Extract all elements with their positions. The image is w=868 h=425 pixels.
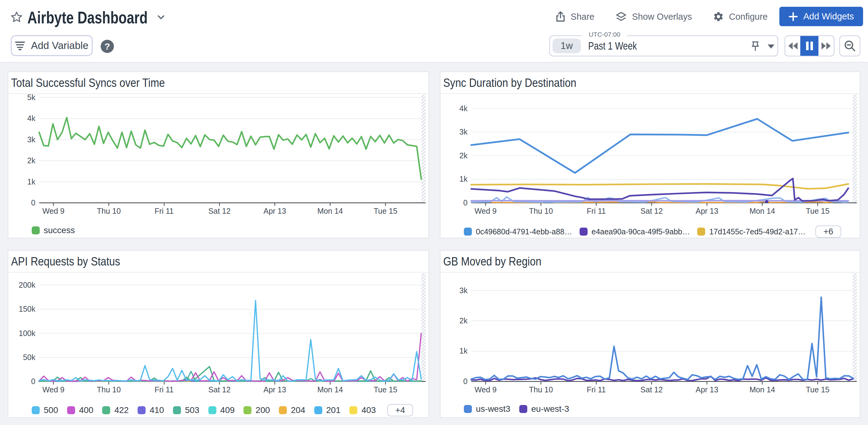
svg-text:2k: 2k: [460, 316, 468, 325]
svg-text:Wed 9: Wed 9: [475, 385, 497, 394]
svg-text:200k: 200k: [19, 280, 36, 289]
svg-text:Tue 15: Tue 15: [374, 207, 397, 215]
svg-text:5k: 5k: [27, 93, 36, 102]
svg-text:Apr 13: Apr 13: [264, 385, 286, 394]
svg-text:Wed 9: Wed 9: [42, 385, 65, 394]
svg-text:Fri 11: Fri 11: [587, 207, 606, 215]
svg-text:Thu 10: Thu 10: [529, 385, 553, 394]
svg-text:Fri 11: Fri 11: [587, 385, 606, 394]
svg-text:Thu 10: Thu 10: [529, 207, 553, 215]
svg-text:Wed 9: Wed 9: [42, 207, 65, 215]
svg-text:Fri 11: Fri 11: [155, 207, 174, 215]
svg-text:1k: 1k: [27, 177, 36, 186]
svg-text:Fri 11: Fri 11: [155, 385, 174, 394]
svg-text:Apr 13: Apr 13: [264, 207, 286, 215]
svg-text:Apr 13: Apr 13: [695, 385, 718, 394]
svg-text:Mon 14: Mon 14: [749, 207, 775, 215]
svg-text:4k: 4k: [27, 114, 36, 123]
svg-text:Mon 14: Mon 14: [749, 385, 775, 394]
svg-text:Apr 13: Apr 13: [695, 207, 718, 215]
svg-text:Tue 15: Tue 15: [806, 207, 830, 215]
svg-text:Wed 9: Wed 9: [475, 207, 497, 215]
svg-text:3k: 3k: [460, 286, 468, 295]
svg-text:Mon 14: Mon 14: [317, 385, 343, 394]
svg-text:100k: 100k: [19, 329, 36, 337]
svg-text:Tue 15: Tue 15: [374, 385, 397, 394]
svg-text:2k: 2k: [27, 156, 36, 165]
svg-text:150k: 150k: [19, 305, 36, 313]
svg-text:3k: 3k: [27, 135, 36, 144]
svg-text:Thu 10: Thu 10: [97, 207, 121, 215]
svg-text:50k: 50k: [23, 353, 36, 362]
svg-text:0: 0: [463, 198, 468, 207]
svg-text:Sat 12: Sat 12: [208, 207, 230, 215]
svg-text:0: 0: [31, 377, 35, 386]
svg-text:Sat 12: Sat 12: [208, 385, 230, 394]
svg-text:Thu 10: Thu 10: [97, 385, 121, 394]
svg-text:0: 0: [463, 377, 468, 386]
svg-text:1k: 1k: [460, 346, 468, 355]
svg-text:3k: 3k: [460, 127, 468, 136]
svg-text:0: 0: [31, 198, 35, 207]
svg-text:Tue 15: Tue 15: [806, 385, 830, 394]
svg-text:2k: 2k: [460, 151, 468, 160]
svg-text:Sat 12: Sat 12: [641, 207, 663, 215]
svg-text:Sat 12: Sat 12: [641, 385, 663, 394]
svg-text:1k: 1k: [460, 175, 468, 183]
svg-text:4k: 4k: [460, 104, 468, 113]
svg-text:Mon 14: Mon 14: [317, 207, 343, 215]
